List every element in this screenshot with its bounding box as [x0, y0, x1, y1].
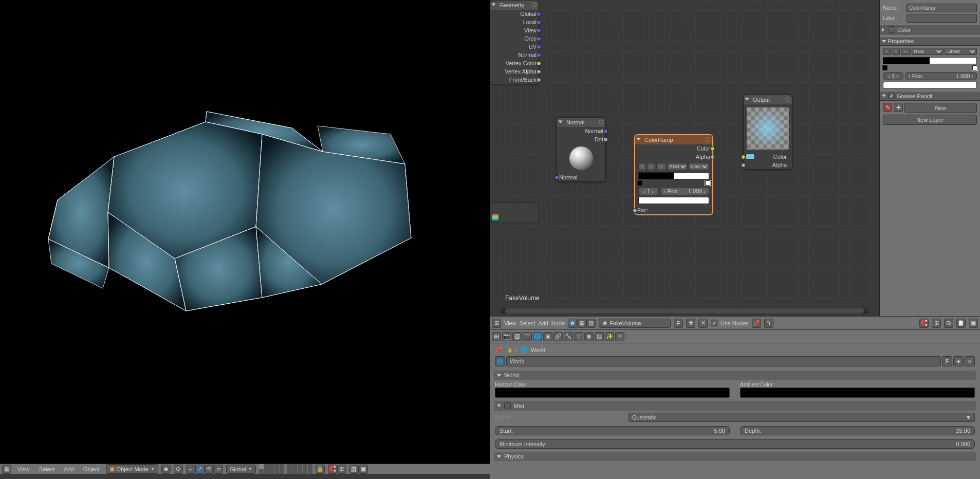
world-browse-icon[interactable]: 🌐 — [495, 356, 505, 366]
mist-checkbox[interactable] — [504, 402, 511, 409]
del-world-icon[interactable]: ✕ — [965, 356, 975, 366]
ramp-mode[interactable]: RGB — [667, 163, 688, 170]
socket-dot[interactable]: Dot — [557, 135, 605, 143]
add-world-icon[interactable]: ✚ — [953, 356, 964, 366]
socket-orco[interactable]: Orco — [490, 34, 539, 43]
tab-render-layers[interactable]: 🖼 — [512, 332, 522, 341]
min-intensity-field[interactable]: Minimum Intensity:0.000 — [495, 439, 975, 449]
ramp-pos-field[interactable]: ‹ Pos:1.000 › — [905, 72, 977, 80]
snap-icon[interactable]: 🧲 — [328, 465, 337, 474]
panel-mist-header[interactable]: Mist — [494, 401, 976, 411]
shader-type-icon[interactable] — [568, 319, 577, 328]
horizon-color-field[interactable] — [495, 388, 730, 398]
ramp-add[interactable]: + — [638, 163, 646, 170]
panel-world-header[interactable]: World — [494, 371, 976, 380]
node-normal[interactable]: Normal Normal Dot Normal — [557, 117, 606, 182]
ramp-mode[interactable]: RGB — [912, 48, 944, 55]
node-scrollbar[interactable] — [500, 308, 869, 314]
ramp-stop-1[interactable] — [972, 65, 977, 70]
tab-physics[interactable]: ⚛ — [615, 332, 624, 341]
start-field[interactable]: Start:5.00 — [495, 426, 730, 435]
socket-uv[interactable]: UV — [490, 43, 539, 51]
ramp-stop-1[interactable] — [705, 180, 710, 186]
menu-view[interactable]: View — [14, 465, 33, 473]
normal-sphere-preview[interactable] — [569, 146, 593, 170]
panel-gp-header[interactable]: ✔Grease Pencil — [880, 91, 980, 101]
label-field[interactable] — [907, 14, 977, 23]
node-output[interactable]: Output Color Alpha — [743, 95, 792, 170]
snap-icon[interactable]: 🧲 — [919, 319, 929, 328]
menu-add[interactable]: Add — [61, 465, 77, 473]
ramp-color-swatch[interactable] — [883, 82, 977, 89]
socket-normal-in[interactable]: Normal — [557, 173, 605, 181]
panel-physics-header[interactable]: Physics — [494, 452, 976, 461]
orientation-select[interactable]: Global▼ — [226, 465, 256, 474]
ramp-del[interactable]: − — [647, 163, 655, 170]
layer-buttons[interactable] — [259, 464, 312, 474]
editor-type-icon[interactable]: ⊞ — [492, 319, 501, 328]
render-view-icon[interactable]: 🖼 — [349, 465, 359, 474]
socket-global[interactable]: Global — [490, 10, 539, 18]
ambient-color-field[interactable] — [740, 388, 975, 398]
tab-render[interactable]: 📷 — [502, 332, 511, 341]
ramp-interp[interactable]: Linear — [945, 48, 977, 55]
use-nodes-check[interactable]: ✔ — [711, 320, 717, 326]
tab-constraints[interactable]: 🔗 — [553, 332, 563, 341]
world-name-field[interactable]: World — [506, 356, 941, 366]
editor-type-icon[interactable]: ▦ — [2, 465, 11, 474]
node-partial[interactable] — [490, 202, 539, 223]
viewport-3d[interactable] — [0, 0, 490, 464]
socket-alpha[interactable]: Alpha — [635, 153, 712, 161]
ramp-interp[interactable]: Linear — [689, 163, 709, 170]
socket-color-in[interactable]: Color — [744, 153, 792, 161]
panel-properties-header[interactable]: Properties — [880, 36, 980, 46]
tab-data[interactable]: ▽ — [574, 332, 583, 341]
node-editor-canvas[interactable]: Geometry Global Local View Orco UV Norma… — [490, 0, 879, 316]
menu-node[interactable]: Node — [551, 320, 565, 326]
editor-type-icon[interactable]: ▤ — [492, 332, 501, 341]
add-mat-icon[interactable]: ✚ — [686, 319, 695, 328]
f-button[interactable]: F — [674, 319, 683, 328]
ramp-flip[interactable]: ↔ — [656, 163, 666, 170]
pin-icon[interactable]: 📌 — [495, 346, 502, 353]
menu-object[interactable]: Object — [80, 465, 103, 473]
manipulator-icon[interactable]: ↔ — [186, 465, 195, 474]
tab-material[interactable] — [584, 332, 594, 341]
socket-normal[interactable]: Normal — [557, 127, 605, 135]
socket-valpha[interactable]: Vertex Alpha — [490, 67, 539, 76]
menu-select[interactable]: Select — [36, 465, 58, 473]
pivot-icon[interactable]: ⊙ — [174, 465, 183, 474]
socket-normal-out[interactable]: Normal — [490, 51, 539, 59]
ramp-flip[interactable]: ↔ — [901, 48, 911, 55]
tab-object[interactable]: ▣ — [543, 332, 552, 341]
menu-select[interactable]: Select — [520, 320, 535, 326]
compositing-icon[interactable]: ▦ — [577, 319, 586, 328]
pencil-icon[interactable]: ✎ — [883, 103, 892, 112]
snap-type-icon[interactable]: ⊞ — [932, 319, 941, 328]
gp-new-layer-button[interactable]: New Layer — [883, 115, 977, 125]
node-geometry[interactable]: Geometry Global Local View Orco UV Norma… — [490, 0, 539, 84]
eraser-icon[interactable]: ✚ — [894, 103, 903, 112]
shading-icon[interactable] — [161, 465, 171, 474]
menu-view[interactable]: View — [504, 320, 516, 326]
socket-fac[interactable]: Fac: — [635, 206, 712, 214]
texture-icon[interactable]: ▨ — [586, 319, 596, 328]
colorramp-gradient[interactable] — [638, 172, 709, 179]
socket-alpha-in[interactable]: Alpha — [744, 161, 792, 169]
paste-icon[interactable]: 📋 — [956, 319, 966, 328]
ramp-color-swatch[interactable] — [638, 197, 709, 204]
ramp-pos-field[interactable]: ‹ Pos:1.000 › — [660, 187, 709, 195]
material-browser[interactable]: FakeVolume — [599, 319, 671, 328]
node-colorramp[interactable]: ColorRamp Color Alpha + − ↔ RGB Linear — [635, 135, 713, 215]
ramp-del[interactable]: − — [892, 48, 899, 55]
translate-icon[interactable]: ↗ — [195, 465, 205, 474]
lock-icon[interactable]: 🔒 — [316, 465, 325, 474]
go-parent-icon[interactable]: ↰ — [764, 319, 773, 328]
menu-add[interactable]: Add — [538, 320, 548, 326]
panel-color-header[interactable]: Color — [880, 25, 980, 34]
render-border-icon[interactable]: ▣ — [359, 465, 368, 474]
socket-color[interactable]: Color — [635, 144, 712, 153]
socket-local[interactable]: Local — [490, 18, 539, 26]
pin-icon[interactable]: 📌 — [752, 319, 761, 328]
tab-particles[interactable]: ✨ — [605, 332, 614, 341]
